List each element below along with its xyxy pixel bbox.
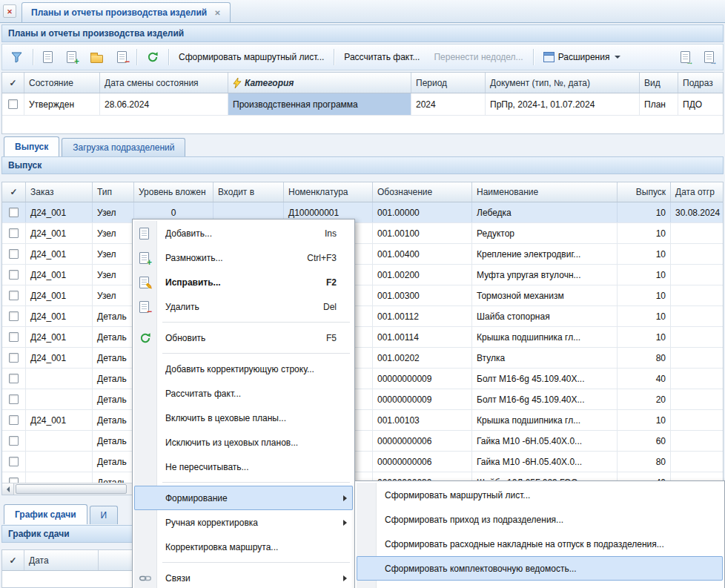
- column-header-designation[interactable]: Обозначение: [373, 182, 472, 202]
- tab-delivery-schedule[interactable]: График сдачи: [4, 504, 87, 524]
- row-checkbox[interactable]: [9, 228, 19, 238]
- cell-name: Втулка: [472, 348, 618, 368]
- tab-label: Загрузка подразделений: [73, 142, 174, 153]
- window-tab[interactable]: Планы и отчеты производства изделий: [21, 2, 231, 22]
- column-header-date[interactable]: Дата: [24, 550, 99, 570]
- make-route-sheet-button[interactable]: Сформировать маршрутный лист...: [174, 49, 328, 65]
- column-header-parent[interactable]: Входит в: [213, 182, 284, 202]
- column-header-type[interactable]: Тип: [93, 182, 134, 202]
- column-header-order[interactable]: Заказ: [26, 182, 93, 202]
- column-header-document[interactable]: Документ (тип, №, дата): [486, 73, 640, 93]
- row-checkbox[interactable]: [9, 436, 19, 446]
- move-unfinished-button[interactable]: Перенести недодел...: [429, 49, 527, 65]
- table-row[interactable]: Деталь 00000000006 Гайка М10 -6Н.05.40Х.…: [2, 452, 723, 472]
- table-row[interactable]: Д24_001 Деталь 001.00112 Шайба стопорная…: [2, 306, 723, 327]
- column-header-category[interactable]: Категория: [228, 73, 411, 93]
- calc-fact-button[interactable]: Рассчитать факт...: [340, 49, 424, 65]
- tab-close-icon[interactable]: [214, 7, 220, 18]
- table-row[interactable]: Д24_001 Узел 001.00100 Редуктор 10: [2, 223, 723, 244]
- submenu-item-income-from-department[interactable]: Сформировать приход из подразделения...: [357, 507, 723, 532]
- row-checkbox[interactable]: [9, 249, 19, 259]
- menu-item-duplicate[interactable]: Размножить... Ctrl+F3: [134, 245, 353, 270]
- table-row[interactable]: Д24_001 Узел 0 Д100000001 001.00000 Лебе…: [2, 202, 723, 223]
- column-header-nomenclature[interactable]: Номенклатура: [284, 182, 373, 202]
- table-row[interactable]: Утвержден 28.06.2024 Производственная пр…: [2, 93, 723, 116]
- new-document-button[interactable]: [39, 48, 57, 66]
- table-row[interactable]: Деталь 00000000009 Болт М16-6g 45.109.40…: [2, 369, 723, 389]
- refresh-button[interactable]: [142, 48, 163, 66]
- menu-item-include-shop-plans[interactable]: Включить в цеховые планы...: [134, 406, 353, 430]
- menu-item-add[interactable]: Добавить... Ins: [134, 221, 353, 245]
- tab-output[interactable]: Выпуск: [4, 136, 59, 156]
- submenu-item-route-sheet[interactable]: Сформировать маршрутный лист...: [357, 483, 723, 507]
- row-checkbox[interactable]: [9, 457, 19, 466]
- check-column-header-icon[interactable]: [2, 73, 24, 93]
- menu-item-no-recalc[interactable]: Не пересчитывать...: [134, 455, 353, 479]
- table-row[interactable]: Д24_001 Деталь 001.00114 Крышка подшипни…: [2, 327, 723, 348]
- menu-item-edit[interactable]: Исправить... F2: [134, 270, 353, 294]
- table-row[interactable]: Д24_001 Узел 001.00400 Крепление электро…: [2, 244, 723, 265]
- delete-document-button[interactable]: [113, 48, 131, 66]
- menu-item-manual-correction[interactable]: Ручная корректировка: [134, 510, 353, 535]
- cell-ship-date: [671, 369, 723, 389]
- column-header-period[interactable]: Период: [411, 73, 486, 93]
- table-row[interactable]: Д24_001 Деталь 001.00202 Втулка 80: [2, 348, 723, 369]
- cell-order: Д24_001: [26, 202, 93, 222]
- open-folder-button[interactable]: [86, 49, 107, 66]
- table-row[interactable]: Деталь 00000000006 Гайка М10 -6Н.05.40Х.…: [2, 431, 723, 452]
- row-checkbox[interactable]: [9, 311, 19, 321]
- menu-item-formation[interactable]: Формирование: [134, 486, 353, 510]
- menu-item-delete[interactable]: Удалить Del: [134, 294, 353, 319]
- cell-designation: 001.00112: [373, 306, 472, 326]
- menu-item-calc-fact[interactable]: Рассчитать факт...: [134, 381, 353, 406]
- table-row[interactable]: Д24_001 Деталь 001.00103 Крышка подшипни…: [2, 410, 723, 431]
- row-checkbox[interactable]: [9, 415, 19, 425]
- table-row[interactable]: Д24_001 Узел 001.00200 Муфта упругая вту…: [2, 265, 723, 285]
- submenu-item-expense-invoices[interactable]: Сформировать расходные накладные на отпу…: [357, 532, 723, 556]
- row-checkbox[interactable]: [8, 99, 18, 109]
- table-row[interactable]: Деталь 00000000009 Болт М16-6g 45.109.40…: [2, 389, 723, 410]
- submenu-item-picking-list[interactable]: Сформировать комплектовочную ведомость..…: [357, 556, 723, 581]
- row-checkbox[interactable]: [9, 291, 19, 300]
- table-row[interactable]: Д24_001 Узел 001.00300 Тормозной механиз…: [2, 285, 723, 306]
- cell-designation: 001.00400: [373, 244, 472, 264]
- row-checkbox[interactable]: [9, 208, 19, 217]
- menu-item-exclude-shop-plans[interactable]: Исключить из цеховых планов...: [134, 430, 353, 455]
- menu-item-label: Связи: [165, 573, 337, 584]
- menu-item-refresh[interactable]: Обновить F5: [134, 326, 353, 350]
- column-header-output[interactable]: Выпуск: [618, 182, 671, 202]
- scrollbar-thumb[interactable]: [16, 484, 127, 494]
- import-document-button[interactable]: [700, 48, 718, 66]
- tab-second[interactable]: И: [90, 506, 119, 524]
- tab-load-departments[interactable]: Загрузка подразделений: [62, 138, 185, 156]
- extensions-button[interactable]: Расширения: [539, 49, 626, 65]
- column-header-level[interactable]: Уровень вложен: [134, 182, 213, 202]
- row-checkbox[interactable]: [9, 374, 19, 383]
- scroll-left-button[interactable]: [2, 483, 14, 495]
- duplicate-document-button[interactable]: [62, 48, 81, 66]
- column-header-kind[interactable]: Вид: [640, 73, 678, 93]
- extensions-label: Расширения: [558, 52, 610, 62]
- row-checkbox[interactable]: [9, 332, 19, 342]
- cell-designation: 001.00000: [373, 202, 472, 222]
- column-header-state-date[interactable]: Дата смены состояния: [100, 73, 228, 93]
- menu-item-route-correction[interactable]: Корректировка маршрута...: [134, 535, 353, 559]
- cell-name: Муфта упругая втулочн...: [472, 265, 618, 285]
- menu-item-add-correction-row[interactable]: Добавить корректирующую строку...: [134, 357, 353, 381]
- row-checkbox[interactable]: [9, 394, 19, 404]
- column-header-ship-date[interactable]: Дата отгр: [671, 182, 723, 202]
- cell-document: ПрПр, 2024-1, 01.07.2024: [486, 93, 640, 115]
- check-column-header-icon[interactable]: [2, 550, 24, 570]
- row-checkbox[interactable]: [9, 353, 19, 363]
- export-document-button[interactable]: [676, 48, 695, 66]
- cell-output-qty: 10: [618, 285, 671, 305]
- column-header-name[interactable]: Наименование: [472, 182, 618, 202]
- close-tab-group-button[interactable]: [3, 4, 16, 18]
- menu-item-links[interactable]: Связи: [134, 566, 353, 588]
- check-column-header-icon[interactable]: [2, 182, 26, 202]
- filter-button[interactable]: [7, 49, 27, 66]
- row-checkbox[interactable]: [9, 270, 19, 280]
- column-header-label: Заказ: [30, 187, 53, 197]
- column-header-state[interactable]: Состояние: [24, 73, 100, 93]
- column-header-department[interactable]: Подраз: [678, 73, 723, 93]
